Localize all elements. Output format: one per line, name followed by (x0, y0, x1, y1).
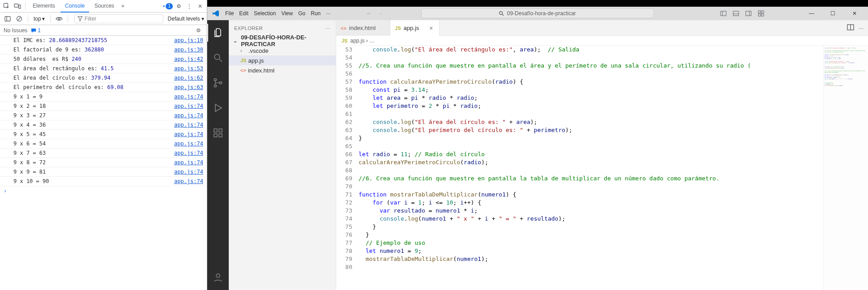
menu-edit[interactable]: Edit (236, 10, 251, 17)
code-editor[interactable]: 5354555657585960616263646566676869707172… (336, 46, 868, 290)
code-line[interactable] (359, 142, 823, 150)
code-line[interactable]: console.log("El área del rectángulo es:"… (359, 46, 823, 54)
sidebar-toggle-icon[interactable] (3, 14, 13, 24)
nav-forward-icon[interactable]: → (378, 10, 383, 17)
log-levels-selector[interactable]: Default levels ▾ (168, 16, 204, 22)
menu-selection[interactable]: Selection (251, 10, 278, 17)
code-line[interactable]: //5. Crea una función que muestre en pan… (359, 62, 823, 70)
code-line[interactable]: mostrarTablaDeMultiplicar(numero1); (359, 255, 823, 263)
close-devtools-icon[interactable]: ✕ (195, 1, 205, 11)
more-actions-icon[interactable]: ··· (859, 25, 864, 31)
console-source-link[interactable]: app.js:74 (171, 150, 203, 156)
tab-console[interactable]: Console (60, 0, 89, 13)
code-line[interactable]: console.log(numero1 + " x " + i + " = " … (359, 215, 823, 223)
code-line[interactable]: function calcularAreaYPerimetroCirculo(r… (359, 78, 823, 86)
tree-file-index-html[interactable]: <> index.html (229, 65, 336, 75)
inspect-element-icon[interactable] (2, 1, 12, 11)
code-line[interactable]: } (359, 223, 823, 231)
code-line[interactable] (359, 183, 823, 191)
code-content[interactable]: console.log("El área del rectángulo es:"… (359, 46, 823, 290)
layout-panel-left-icon[interactable] (718, 9, 728, 18)
console-source-link[interactable]: app.js:62 (171, 75, 203, 81)
code-line[interactable]: let area = pi * radio * radio; (359, 94, 823, 102)
activity-source-control-icon[interactable] (207, 74, 229, 92)
code-line[interactable] (359, 263, 823, 271)
console-source-link[interactable]: app.js:42 (171, 56, 203, 62)
console-source-link[interactable]: app.js:53 (171, 65, 203, 72)
filter-input[interactable]: Filter (74, 14, 163, 23)
console-source-link[interactable]: app.js:74 (171, 141, 203, 147)
split-editor-icon[interactable] (847, 24, 854, 32)
code-line[interactable]: let numero1 = 9; (359, 247, 823, 255)
minimap[interactable]: console.log("El área del rectángulo es:"… (823, 46, 868, 290)
activity-extensions-icon[interactable] (207, 124, 229, 142)
console-source-link[interactable]: app.js:63 (171, 84, 203, 90)
activity-explorer-icon[interactable] (207, 24, 229, 42)
code-line[interactable]: // Ejemplo de uso (359, 239, 823, 247)
clear-console-icon[interactable] (14, 14, 24, 24)
window-minimize-icon[interactable]: — (802, 9, 821, 18)
code-line[interactable]: } (359, 231, 823, 239)
code-line[interactable]: function mostrarTablaDeMultiplicar(numer… (359, 191, 823, 199)
settings-gear-icon[interactable]: ⚙ (174, 1, 184, 11)
console-source-link[interactable]: app.js:74 (171, 103, 203, 109)
code-line[interactable]: var resultado = numero1 * i; (359, 207, 823, 215)
code-line[interactable]: const pi = 3.14; (359, 86, 823, 94)
tab-elements[interactable]: Elements (28, 0, 60, 13)
console-messages-icon[interactable]: 1 (163, 1, 173, 11)
code-line[interactable]: console.log("El área del círculo es: " +… (359, 118, 823, 126)
code-line[interactable]: } (359, 134, 823, 142)
device-toolbar-icon[interactable] (13, 1, 22, 11)
console-source-link[interactable]: app.js:10 (171, 37, 203, 43)
messages-chip[interactable]: 1 (31, 27, 41, 34)
tree-root[interactable]: ⌄ 09-DESAFÍO-HORA-DE-PRACTICAR (229, 36, 336, 46)
activity-accounts-icon[interactable] (207, 269, 229, 286)
layout-customize-icon[interactable] (756, 9, 766, 18)
activity-run-debug-icon[interactable] (207, 99, 229, 117)
layout-panel-bottom-icon[interactable] (731, 9, 741, 18)
console-settings-gear-icon[interactable]: ⚙ (193, 26, 203, 35)
menu-run[interactable]: Run (308, 10, 323, 17)
tree-file-app-js[interactable]: JS app.js (229, 55, 336, 65)
explorer-more-icon[interactable]: ··· (325, 26, 330, 31)
code-line[interactable] (359, 166, 823, 175)
window-maximize-icon[interactable]: ☐ (823, 9, 843, 18)
console-source-link[interactable]: app.js:74 (171, 169, 203, 175)
code-line[interactable]: calcularAreaYPerimetroCirculo(radio); (359, 158, 823, 166)
tab-index-html[interactable]: <> index.html × (336, 20, 390, 36)
code-line[interactable] (359, 54, 823, 62)
console-source-link[interactable]: app.js:74 (171, 94, 203, 100)
code-line[interactable]: let radio = 11; // Radio del círculo (359, 150, 823, 158)
menu-[interactable]: ··· (323, 10, 333, 17)
menu-go[interactable]: Go (295, 10, 308, 17)
menu-file[interactable]: File (222, 10, 236, 17)
code-line[interactable]: //6. Crea una función que muestre en pan… (359, 175, 823, 183)
code-line[interactable] (359, 110, 823, 118)
tab-app-js[interactable]: JS app.js × (390, 20, 440, 36)
breadcrumb[interactable]: JS app.js › … (336, 36, 868, 46)
tab-sources[interactable]: Sources (90, 0, 119, 13)
nav-back-icon[interactable]: ← (366, 10, 372, 17)
console-source-link[interactable]: app.js:74 (171, 178, 203, 184)
live-expression-eye-icon[interactable] (54, 14, 64, 24)
console-output[interactable]: El IMC es: 28.668892437218755app.js:10El… (0, 36, 207, 290)
console-prompt[interactable]: › (0, 186, 207, 196)
code-line[interactable]: for (var i = 1; i <= 10; i++) { (359, 199, 823, 207)
console-source-link[interactable]: app.js:74 (171, 112, 203, 119)
activity-search-icon[interactable] (207, 49, 229, 67)
code-line[interactable]: let perimetro = 2 * pi * radio; (359, 102, 823, 110)
close-tab-icon[interactable]: × (428, 25, 435, 32)
console-source-link[interactable]: app.js:74 (171, 159, 203, 166)
layout-panel-right-icon[interactable] (744, 9, 753, 18)
console-source-link[interactable]: app.js:74 (171, 122, 203, 128)
more-menu-icon[interactable]: ⋮ (184, 1, 194, 11)
code-line[interactable]: console.log("El perímetro del círculo es… (359, 126, 823, 134)
tab-more[interactable]: » (120, 0, 126, 13)
console-source-link[interactable]: app.js:74 (171, 131, 203, 137)
context-selector[interactable]: top ▾ (32, 16, 47, 22)
console-source-link[interactable]: app.js:30 (171, 47, 203, 53)
command-center[interactable]: 09-Desafío-hora-de-practicar (421, 9, 654, 18)
menu-view[interactable]: View (278, 10, 295, 17)
window-close-icon[interactable]: ✕ (845, 9, 864, 18)
code-line[interactable] (359, 70, 823, 78)
